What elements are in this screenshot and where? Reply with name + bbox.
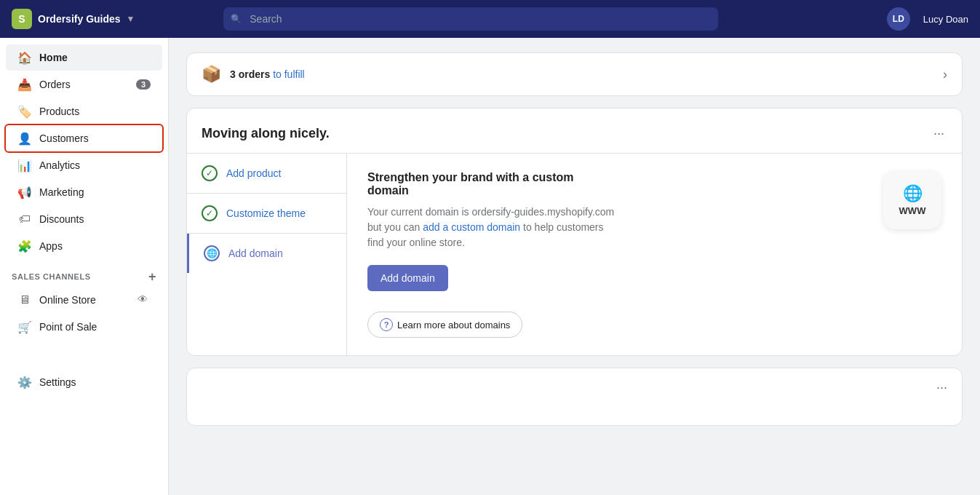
sidebar-item-label: Discounts — [39, 213, 151, 225]
step-customize-theme[interactable]: ✓ Customize theme — [187, 194, 346, 234]
step-label: Add domain — [228, 248, 283, 259]
add-sales-channel-icon[interactable]: + — [148, 270, 156, 283]
avatar[interactable]: LD — [887, 7, 910, 31]
sidebar-item-label: Online Store — [39, 294, 130, 306]
analytics-icon: 📊 — [17, 158, 32, 173]
orders-icon: 📥 — [17, 77, 32, 92]
sidebar-item-customers[interactable]: 👤 Customers — [6, 125, 162, 151]
www-domain-icon: 🌐 WWW — [883, 171, 941, 229]
settings-label: Settings — [39, 376, 151, 388]
online-store-eye-icon[interactable]: 👁 — [138, 293, 151, 306]
step-label: Customize theme — [226, 207, 306, 219]
sidebar-item-label: Apps — [39, 240, 151, 252]
sidebar: 🏠 Home 📥 Orders 3 🏷️ Products 👤 Customer… — [0, 38, 169, 495]
sales-channels-section-header: SALES CHANNELS + — [0, 260, 168, 286]
steps-column: ✓ Add product ✓ Customize theme 🌐 Add do… — [187, 154, 347, 355]
step-add-product[interactable]: ✓ Add product — [187, 154, 346, 194]
sidebar-item-apps[interactable]: 🧩 Apps — [6, 233, 162, 259]
domain-panel-title: Strengthen your brand with a custom doma… — [367, 171, 600, 197]
sales-channels-label: SALES CHANNELS — [12, 272, 91, 281]
top-navigation: S Ordersify Guides ▼ LD Lucy Doan — [0, 0, 980, 38]
bottom-card-menu-button[interactable]: ··· — [936, 380, 947, 395]
moving-card-title: Moving along nicely. — [202, 126, 330, 141]
domain-panel-description: Your current domain is ordersify-guides.… — [367, 205, 615, 250]
sidebar-item-analytics[interactable]: 📊 Analytics — [6, 152, 162, 178]
sidebar-item-orders[interactable]: 📥 Orders 3 — [6, 71, 162, 98]
orders-badge: 3 — [136, 79, 151, 90]
bottom-card: ··· — [186, 368, 963, 426]
step-globe-icon: 🌐 — [204, 245, 220, 261]
marketing-icon: 📢 — [17, 185, 32, 199]
customers-icon: 👤 — [17, 131, 32, 146]
pos-icon: 🛒 — [17, 320, 32, 334]
add-custom-domain-link[interactable]: add a custom domain — [423, 221, 520, 233]
brand-name: Ordersify Guides — [38, 13, 121, 25]
discounts-icon: 🏷 — [17, 212, 32, 226]
brand-button[interactable]: S Ordersify Guides ▼ — [12, 9, 135, 29]
moving-card-menu-button[interactable]: ··· — [931, 123, 947, 144]
sidebar-item-label: Products — [39, 106, 151, 117]
orders-fulfill-card[interactable]: 📦 3 orders to fulfill › — [186, 52, 963, 96]
sidebar-item-marketing[interactable]: 📢 Marketing — [6, 179, 162, 205]
step-check-icon: ✓ — [202, 205, 218, 221]
add-domain-button[interactable]: Add domain — [367, 265, 448, 291]
username-label: Lucy Doan — [923, 14, 968, 25]
sidebar-item-label: Home — [39, 52, 151, 63]
sidebar-item-label: Point of Sale — [39, 321, 151, 333]
settings-icon: ⚙️ — [17, 375, 32, 389]
domain-panel: Strengthen your brand with a custom doma… — [347, 154, 962, 355]
apps-icon: 🧩 — [17, 239, 32, 253]
orders-chevron-icon: › — [943, 67, 947, 82]
moving-card-body: ✓ Add product ✓ Customize theme 🌐 Add do… — [187, 153, 962, 355]
sidebar-item-label: Customers — [39, 132, 151, 144]
sidebar-item-label: Marketing — [39, 186, 151, 198]
sidebar-item-label: Analytics — [39, 159, 151, 171]
sidebar-item-online-store[interactable]: 🖥 Online Store 👁 — [6, 287, 162, 313]
step-add-domain[interactable]: 🌐 Add domain — [187, 234, 346, 273]
sidebar-item-point-of-sale[interactable]: 🛒 Point of Sale — [6, 314, 162, 340]
help-circle-icon: ? — [380, 318, 393, 331]
orders-fulfill-link[interactable]: to fulfill — [273, 68, 305, 80]
globe-icon: 🌐 — [903, 184, 923, 203]
orders-fulfill-text: 3 orders to fulfill — [230, 68, 934, 80]
brand-dropdown-icon: ▼ — [127, 14, 135, 24]
app-layout: 🏠 Home 📥 Orders 3 🏷️ Products 👤 Customer… — [0, 38, 980, 495]
sidebar-item-settings[interactable]: ⚙️ Settings — [6, 369, 162, 395]
home-icon: 🏠 — [17, 50, 32, 65]
moving-along-card: Moving along nicely. ··· ✓ Add product ✓… — [186, 108, 963, 356]
learn-more-label: Learn more about domains — [397, 320, 510, 330]
moving-card-header: Moving along nicely. ··· — [187, 108, 962, 153]
step-label: Add product — [226, 167, 282, 179]
sidebar-item-products[interactable]: 🏷️ Products — [6, 98, 162, 124]
online-store-icon: 🖥 — [17, 293, 32, 307]
orders-fulfill-icon: 📦 — [202, 65, 221, 84]
sidebar-item-discounts[interactable]: 🏷 Discounts — [6, 206, 162, 232]
search-area — [223, 7, 718, 31]
search-input[interactable] — [223, 7, 718, 31]
shopify-logo-icon: S — [12, 9, 32, 29]
learn-more-domains-link[interactable]: ? Learn more about domains — [367, 312, 522, 338]
sidebar-item-home[interactable]: 🏠 Home — [6, 44, 162, 71]
main-content: 📦 3 orders to fulfill › Moving along nic… — [169, 38, 980, 495]
orders-count: 3 orders — [230, 68, 270, 80]
sidebar-item-label: Orders — [39, 79, 129, 90]
step-check-icon: ✓ — [202, 165, 218, 181]
products-icon: 🏷️ — [17, 104, 32, 119]
